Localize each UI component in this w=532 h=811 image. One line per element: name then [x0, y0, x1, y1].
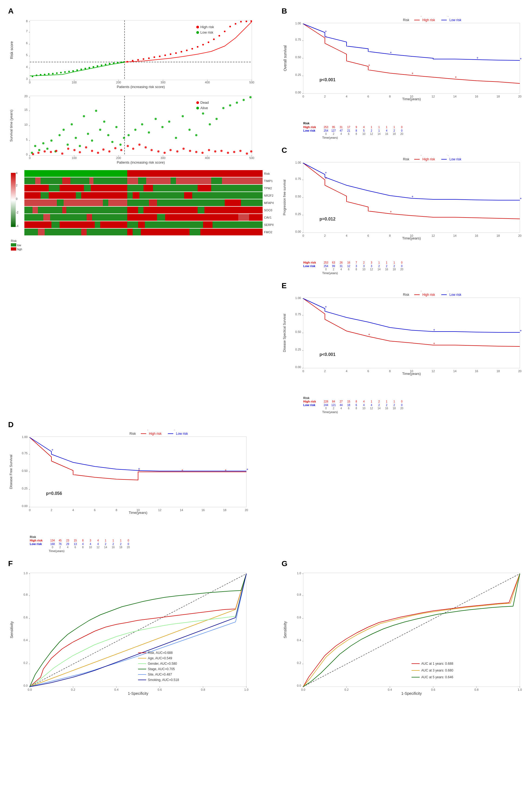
f-legend-stage: Stage, AUC=0.705: [148, 667, 175, 671]
svg-rect-215: [25, 207, 127, 213]
svg-text:14: 14: [453, 234, 456, 237]
svg-rect-360: [303, 298, 520, 368]
svg-text:+: +: [433, 341, 435, 346]
svg-text:0.75: 0.75: [22, 452, 28, 455]
svg-text:2: 2: [51, 508, 52, 512]
svg-point-63: [202, 44, 204, 46]
svg-text:0.6: 0.6: [297, 616, 301, 619]
svg-text:+: +: [520, 329, 522, 333]
g-x-label: 1-Specificity: [401, 691, 422, 695]
svg-text:0: 0: [29, 156, 31, 159]
svg-text:0: 0: [302, 369, 304, 373]
svg-text:0.50: 0.50: [295, 330, 301, 334]
svg-text:CAV1: CAV1: [264, 216, 271, 219]
svg-rect-219: [138, 207, 143, 213]
svg-point-134: [222, 107, 224, 109]
svg-point-109: [83, 115, 85, 117]
a2-x-label: Patients (increasing risk score): [117, 160, 165, 165]
svg-text:2: 2: [324, 95, 326, 98]
svg-point-54: [154, 56, 155, 58]
svg-point-164: [183, 148, 185, 150]
svg-text:10: 10: [137, 508, 140, 512]
svg-point-36: [76, 70, 78, 71]
panel-c: C Risk + High risk + Low risk Progressio…: [279, 144, 532, 277]
svg-text:Risk: Risk: [403, 157, 409, 161]
svg-text:+: +: [368, 63, 370, 67]
svg-text:1.00: 1.00: [295, 22, 301, 25]
svg-rect-182: [25, 170, 127, 177]
svg-point-53: [148, 58, 150, 59]
svg-text:15: 15: [25, 108, 28, 111]
svg-point-65: [213, 39, 215, 40]
svg-text:0: 0: [302, 95, 304, 98]
heatmap-tpm2-row: TPM2: [25, 185, 272, 192]
svg-rect-197: [84, 185, 91, 192]
f-legend-site: Site, AUC=0.487: [148, 673, 172, 676]
svg-text:4: 4: [346, 234, 347, 237]
svg-text:0.75: 0.75: [295, 312, 301, 316]
svg-text:Risk: Risk: [129, 432, 136, 435]
svg-text:0: 0: [29, 81, 31, 84]
svg-text:0.0: 0.0: [24, 684, 28, 687]
heatmap-cav1-row: CAV1: [25, 214, 271, 221]
svg-point-51: [137, 59, 139, 61]
panel-d-label: D: [8, 420, 14, 429]
svg-point-113: [99, 129, 101, 131]
svg-point-32: [60, 72, 62, 73]
heatmap-nr2f2-row: NR2F2: [25, 192, 273, 199]
svg-text:10: 10: [410, 369, 413, 373]
svg-point-57: [170, 53, 171, 55]
svg-text:16: 16: [475, 95, 478, 98]
panel-c-label: C: [282, 146, 287, 155]
svg-point-37: [80, 68, 82, 70]
svg-text:0.25: 0.25: [295, 348, 301, 351]
a2-legend-alive-dot: [196, 107, 199, 109]
svg-text:4: 4: [26, 65, 28, 68]
svg-point-46: [117, 62, 119, 63]
chart-a1: Risk score Patients (increasing risk sco…: [8, 16, 260, 89]
svg-point-126: [168, 121, 170, 123]
svg-text:+: +: [420, 291, 423, 293]
svg-text:18: 18: [223, 508, 226, 512]
chart-f: Sensitivity 1-Specificity 0.0 0.2 0.4 0.…: [8, 569, 257, 699]
svg-text:6: 6: [94, 508, 96, 512]
svg-text:200: 200: [116, 156, 121, 159]
a1-legend-low-dot: [196, 31, 199, 34]
svg-point-64: [208, 42, 209, 43]
a2-legend-alive-label: Alive: [200, 106, 208, 110]
svg-point-31: [56, 72, 58, 74]
svg-point-112: [95, 110, 97, 112]
svg-point-129: [188, 129, 191, 131]
svg-point-153: [114, 147, 116, 149]
svg-text:0.50: 0.50: [295, 56, 301, 59]
f-x-label: 1-Specificity: [128, 691, 148, 695]
svg-rect-240: [133, 229, 141, 235]
svg-rect-217: [32, 207, 38, 213]
svg-text:0.2: 0.2: [24, 661, 28, 664]
svg-point-104: [63, 129, 65, 131]
svg-text:0.75: 0.75: [295, 177, 301, 180]
svg-text:0.4: 0.4: [388, 688, 392, 691]
svg-text:+: +: [455, 75, 457, 79]
svg-text:+: +: [246, 468, 248, 471]
svg-text:0.0: 0.0: [301, 688, 305, 691]
svg-point-42: [101, 64, 102, 66]
svg-point-55: [159, 56, 160, 57]
svg-text:TIMP1: TIMP1: [264, 179, 272, 183]
svg-text:4: 4: [72, 508, 74, 512]
svg-text:500: 500: [249, 81, 254, 84]
svg-text:Low risk: Low risk: [450, 157, 461, 161]
heatmap-serpinh1-row: SERPINH1: [25, 221, 273, 228]
svg-rect-186: [127, 178, 263, 184]
f-legend-risk: Risk, AUC=0.688: [148, 651, 173, 655]
svg-text:0.2: 0.2: [297, 661, 301, 664]
svg-text:0.0: 0.0: [28, 688, 32, 691]
svg-rect-245: [11, 247, 16, 250]
svg-point-97: [34, 145, 36, 147]
svg-text:12: 12: [432, 369, 435, 373]
a1-x-label: Patients (increasing risk score): [117, 85, 165, 89]
svg-text:+: +: [447, 291, 450, 293]
svg-point-35: [72, 70, 74, 72]
svg-point-50: [132, 60, 134, 61]
svg-point-47: [121, 61, 122, 63]
